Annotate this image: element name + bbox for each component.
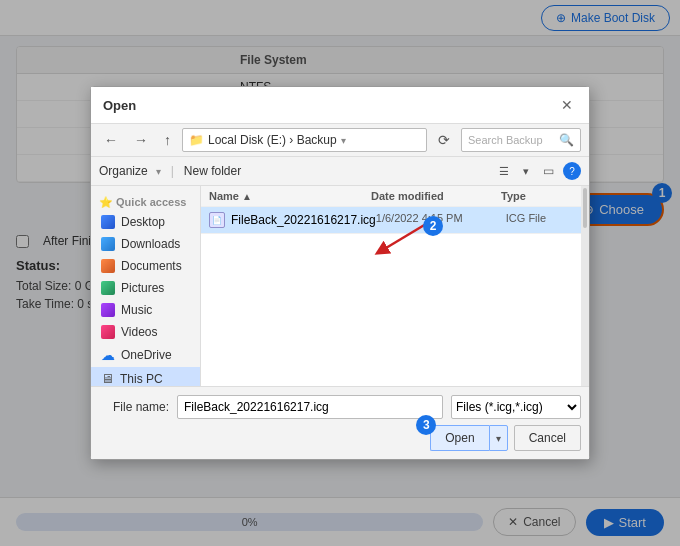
file-name-cell: 📄 FileBack_20221616217.icg (209, 212, 376, 228)
col-date: Date modified (371, 190, 501, 202)
dialog-main: ⭐ Quick access Desktop Downloads Documen… (91, 186, 589, 386)
sidebar-item-videos[interactable]: Videos (91, 321, 200, 343)
address-text: Local Disk (E:) › Backup (208, 133, 337, 147)
desktop-icon (101, 215, 115, 229)
videos-label: Videos (121, 325, 157, 339)
downloads-icon (101, 237, 115, 251)
dialog-overlay: Open ✕ ← → ↑ 📁 Local Disk (E:) › Backup … (0, 0, 680, 546)
dialog-action-row: Open ▾ 3 Cancel (99, 425, 581, 451)
cloud-icon: ☁ (101, 347, 115, 363)
documents-label: Documents (121, 259, 182, 273)
file-list-row[interactable]: 📄 FileBack_20221616217.icg 1/6/2022 4:15… (201, 207, 589, 234)
quick-access-label: ⭐ Quick access (91, 190, 200, 211)
dialog-toolbar: ← → ↑ 📁 Local Disk (E:) › Backup ▾ ⟳ Sea… (91, 124, 589, 157)
filename-label: File name: (99, 400, 169, 414)
downloads-label: Downloads (121, 237, 180, 251)
col-name: Name ▲ (209, 190, 371, 202)
sidebar-item-onedrive[interactable]: ☁ OneDrive (91, 343, 200, 367)
new-folder-label[interactable]: New folder (184, 164, 241, 178)
search-icon: 🔍 (559, 133, 574, 147)
nav2-left: Organize ▾ | New folder (99, 164, 241, 178)
music-label: Music (121, 303, 152, 317)
view-toggle-button[interactable]: ▾ (518, 162, 534, 181)
documents-icon (101, 259, 115, 273)
search-placeholder: Search Backup (468, 134, 543, 146)
sidebar-item-documents[interactable]: Documents (91, 255, 200, 277)
file-name: FileBack_20221616217.icg (231, 213, 376, 227)
music-icon (101, 303, 115, 317)
preview-button[interactable]: ▭ (538, 161, 559, 181)
forward-button[interactable]: → (129, 129, 153, 151)
pictures-icon (101, 281, 115, 295)
sidebar-item-desktop[interactable]: Desktop (91, 211, 200, 233)
sidebar-item-thispc[interactable]: 🖥 This PC (91, 367, 200, 386)
up-button[interactable]: ↑ (159, 129, 176, 151)
search-box[interactable]: Search Backup 🔍 (461, 128, 581, 152)
desktop-label: Desktop (121, 215, 165, 229)
open-dialog: Open ✕ ← → ↑ 📁 Local Disk (E:) › Backup … (90, 86, 590, 460)
file-type: ICG File (506, 212, 586, 228)
sidebar-item-downloads[interactable]: Downloads (91, 233, 200, 255)
dialog-sidebar: ⭐ Quick access Desktop Downloads Documen… (91, 186, 201, 386)
dialog-close-button[interactable]: ✕ (557, 95, 577, 115)
sidebar-item-music[interactable]: Music (91, 299, 200, 321)
scrollbar-track[interactable] (581, 186, 589, 386)
filename-input[interactable] (177, 395, 443, 419)
organize-arrow: ▾ (156, 166, 161, 177)
dialog-titlebar: Open ✕ (91, 87, 589, 124)
pc-icon: 🖥 (101, 371, 114, 386)
file-icon: 📄 (209, 212, 225, 228)
sidebar-item-pictures[interactable]: Pictures (91, 277, 200, 299)
dialog-nav2: Organize ▾ | New folder ☰ ▾ ▭ ? (91, 157, 589, 186)
help-button[interactable]: ? (563, 162, 581, 180)
pictures-label: Pictures (121, 281, 164, 295)
organize-label[interactable]: Organize (99, 164, 148, 178)
onedrive-label: OneDrive (121, 348, 172, 362)
filename-row: File name: Files (*.icg,*.icg) (99, 395, 581, 419)
refresh-button[interactable]: ⟳ (433, 129, 455, 151)
dialog-title: Open (103, 98, 136, 113)
dialog-bottom: File name: Files (*.icg,*.icg) Open ▾ 3 … (91, 386, 589, 459)
open-button[interactable]: Open (430, 425, 488, 451)
nav2-right: ☰ ▾ ▭ ? (494, 161, 581, 181)
scrollbar-thumb[interactable] (583, 188, 587, 228)
dialog-cancel-button[interactable]: Cancel (514, 425, 581, 451)
videos-icon (101, 325, 115, 339)
col-type: Type (501, 190, 581, 202)
open-btn-group: Open ▾ 3 (430, 425, 507, 451)
file-area: Name ▲ Date modified Type 📄 FileBack_202… (201, 186, 589, 386)
file-date: 1/6/2022 4:15 PM (376, 212, 506, 228)
open-dropdown-button[interactable]: ▾ (489, 425, 508, 451)
chevron-icon: ▾ (341, 135, 346, 146)
file-list-header: Name ▲ Date modified Type (201, 186, 589, 207)
view-list-button[interactable]: ☰ (494, 162, 514, 181)
filetype-select[interactable]: Files (*.icg,*.icg) (451, 395, 581, 419)
back-button[interactable]: ← (99, 129, 123, 151)
thispc-label: This PC (120, 372, 163, 386)
folder-icon: 📁 (189, 133, 204, 147)
address-bar[interactable]: 📁 Local Disk (E:) › Backup ▾ (182, 128, 427, 152)
